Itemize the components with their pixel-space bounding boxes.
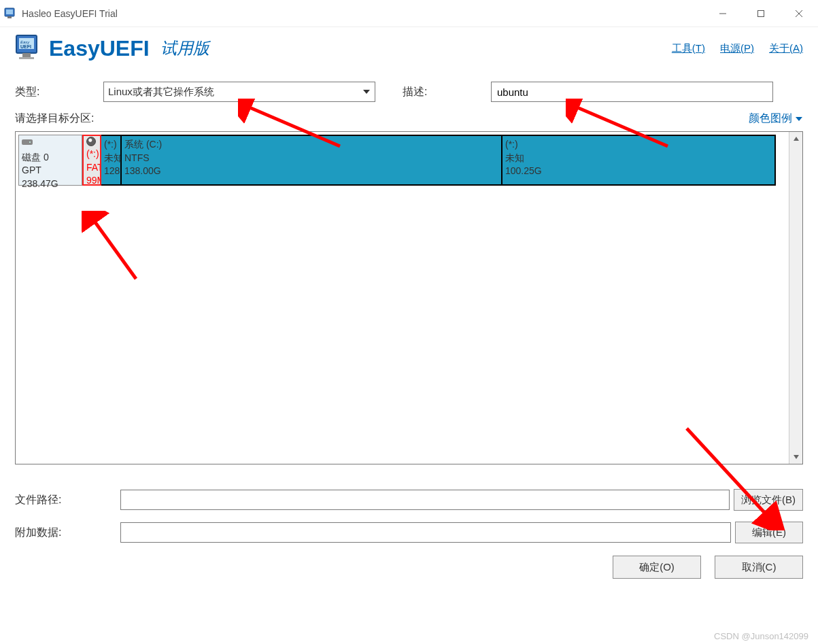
color-legend-text: 颜色图例 <box>749 112 792 126</box>
browse-file-button[interactable]: 浏览文件(B) <box>734 489 803 511</box>
disk-scheme: GPT <box>22 164 79 177</box>
file-path-label: 文件路径: <box>15 493 120 507</box>
disk-size: 238.47G <box>22 177 79 191</box>
partition-info-line: 未知 <box>104 152 118 165</box>
partition-cell[interactable]: (*:)未知128 <box>101 135 122 186</box>
disk-row: 磁盘 0 GPT 238.47G (*:)FAT99M(*:)未知128系统 (… <box>18 135 786 186</box>
partition-info-line: 未知 <box>505 152 772 165</box>
scroll-up-icon[interactable] <box>789 132 802 146</box>
svg-marker-14 <box>796 117 802 121</box>
select-partition-label: 请选择目标分区: <box>15 112 94 126</box>
partition-info-line: 99M <box>86 174 97 186</box>
menu-about[interactable]: 关于(A) <box>769 42 803 55</box>
window-title: Hasleo EasyUEFI Trial <box>22 8 118 19</box>
partition-viewer: 磁盘 0 GPT 238.47G (*:)FAT99M(*:)未知128系统 (… <box>15 131 803 464</box>
logo-area: Easy UEFI EasyUEFI 试用版 <box>15 34 209 63</box>
scroll-down-icon[interactable] <box>789 450 802 464</box>
main-content: 类型: Linux或者其它操作系统 描述: 请选择目标分区: 颜色图例 <box>0 67 818 473</box>
partition-info-line: 100.25G <box>505 165 772 178</box>
bottom-area: 文件路径: 浏览文件(B) 附加数据: 编辑(E) 确定(O) 取消(C) <box>0 473 818 587</box>
edit-button[interactable]: 编辑(E) <box>735 522 803 543</box>
svg-rect-4 <box>758 10 764 16</box>
partition-info-line: NTFS <box>124 152 498 165</box>
header-row: Easy UEFI EasyUEFI 试用版 工具(T) 电源(P) 关于(A) <box>0 27 818 67</box>
minimize-button[interactable] <box>704 0 742 27</box>
description-label: 描述: <box>403 85 491 99</box>
svg-rect-1 <box>6 10 13 14</box>
extra-data-label: 附加数据: <box>15 526 120 540</box>
type-select-value: Linux或者其它操作系统 <box>108 86 214 99</box>
partition-cell[interactable]: 系统 (C:)NTFS138.00G <box>122 135 502 186</box>
extra-data-input[interactable] <box>120 522 731 543</box>
partition-info-line: 128 <box>104 165 118 178</box>
svg-marker-18 <box>794 455 799 459</box>
partition-scrollbar[interactable] <box>789 132 802 464</box>
partition-info-line: (*:) <box>104 138 118 152</box>
svg-marker-13 <box>363 90 370 94</box>
logo-text: EasyUEFI <box>49 36 150 61</box>
svg-text:UEFI: UEFI <box>20 44 31 49</box>
logo-subtitle: 试用版 <box>160 37 209 59</box>
color-legend-link[interactable]: 颜色图例 <box>749 112 803 126</box>
watermark: CSDN @Junson142099 <box>714 631 808 641</box>
app-logo-icon: Easy UEFI <box>15 34 44 63</box>
chevron-down-icon <box>360 84 373 100</box>
maximize-button[interactable] <box>742 0 780 27</box>
menu-bar: 工具(T) 电源(P) 关于(A) <box>672 42 803 55</box>
window-titlebar: Hasleo EasyUEFI Trial <box>0 0 818 27</box>
disk-icon <box>22 138 33 146</box>
partition-info-line: FAT <box>86 161 97 175</box>
partition-info-line: (*:) <box>505 138 772 152</box>
file-path-input[interactable] <box>120 490 730 510</box>
chevron-down-icon <box>795 116 803 122</box>
ok-button[interactable]: 确定(O) <box>613 556 701 579</box>
svg-rect-15 <box>22 139 33 145</box>
disk-name: 磁盘 0 <box>22 151 79 165</box>
cancel-button[interactable]: 取消(C) <box>715 556 803 579</box>
svg-rect-2 <box>7 16 12 18</box>
type-select[interactable]: Linux或者其它操作系统 <box>103 82 375 102</box>
target-indicator-icon <box>86 137 96 146</box>
type-label: 类型: <box>15 85 103 99</box>
partition-cell[interactable]: (*:)未知100.25G <box>502 135 776 186</box>
menu-tools[interactable]: 工具(T) <box>672 42 705 55</box>
partition-info-line: 系统 (C:) <box>124 138 498 152</box>
menu-power[interactable]: 电源(P) <box>720 42 754 55</box>
description-input[interactable] <box>491 82 773 102</box>
svg-rect-12 <box>19 57 34 59</box>
app-icon <box>4 7 18 20</box>
partition-info-line: (*:) <box>86 148 97 161</box>
svg-marker-17 <box>794 137 799 141</box>
svg-rect-11 <box>22 53 31 57</box>
partition-info-line: 138.00G <box>124 165 498 178</box>
close-button[interactable] <box>780 0 818 27</box>
disk-info[interactable]: 磁盘 0 GPT 238.47G <box>18 135 82 186</box>
partition-cell[interactable]: (*:)FAT99M <box>82 135 101 186</box>
svg-point-16 <box>29 141 31 143</box>
